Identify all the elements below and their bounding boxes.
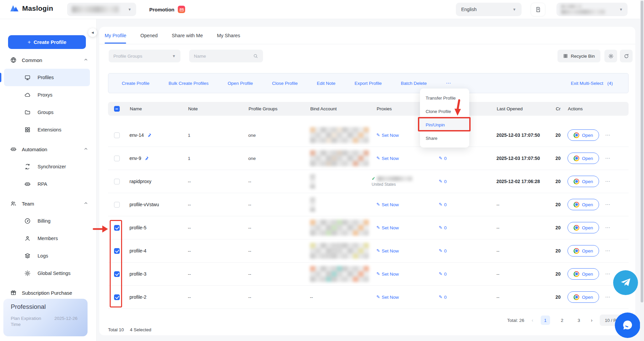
sidebar-section-automation[interactable]: Automation <box>0 140 97 158</box>
sidebar-item-rpa[interactable]: RPA <box>4 175 90 193</box>
row-checkbox[interactable] <box>114 248 120 254</box>
action-create-profile[interactable]: Create Profile <box>122 81 150 86</box>
sidebar-item-logs[interactable]: Logs <box>4 247 90 265</box>
sidebar-section-common[interactable]: Common <box>0 51 97 69</box>
pin-icon[interactable] <box>144 156 149 161</box>
row-more-button[interactable]: ⋯ <box>605 225 610 231</box>
table-row[interactable]: env-141one✎Set Now2025-12-03 17:07:5020O… <box>108 124 629 147</box>
refresh-button[interactable] <box>620 50 633 62</box>
row-more-button[interactable]: ⋯ <box>605 155 610 161</box>
set-now-link[interactable]: ✎Set Now <box>376 272 399 277</box>
page-3-button[interactable]: 3 <box>574 316 584 325</box>
tab-opened[interactable]: Opened <box>140 33 158 44</box>
next-page-button[interactable]: › <box>591 318 593 323</box>
edit-count-link[interactable]: ✎0 <box>439 272 446 277</box>
edit-count-link[interactable]: ✎0 <box>439 225 446 230</box>
menu-item-clone-profile[interactable]: Clone Profile <box>420 105 469 118</box>
set-now-link[interactable]: ✎Set Now <box>376 248 399 253</box>
row-checkbox[interactable] <box>114 294 120 300</box>
table-row[interactable]: rapidproxy----✓United States✎02025-12-02… <box>108 170 629 193</box>
open-profile-button[interactable]: Open <box>568 245 599 257</box>
open-profile-button[interactable]: Open <box>568 222 599 233</box>
open-profile-button[interactable]: Open <box>568 291 599 303</box>
table-row[interactable]: profile-3----✎Set Now✎0--20Open⋯ <box>108 263 629 286</box>
set-now-link[interactable]: ✎Set Now <box>376 295 399 300</box>
scrollbar-thumb[interactable] <box>641 1 643 302</box>
menu-item-share[interactable]: Share <box>420 131 469 145</box>
profile-groups-filter[interactable]: Profile Groups ▼ <box>109 50 180 62</box>
create-profile-button[interactable]: + Create Profile <box>8 35 86 49</box>
table-row[interactable]: profile-vVstwu----✎Set Now✎0--20Open⋯ <box>108 193 629 216</box>
action-more-button[interactable]: ⋯ <box>446 80 451 86</box>
action-open-profile[interactable]: Open Profile <box>228 81 253 86</box>
row-more-button[interactable]: ⋯ <box>605 178 610 184</box>
edit-count-link[interactable]: ✎0 <box>439 179 446 184</box>
sidebar-item-billing[interactable]: Billing <box>4 212 90 230</box>
set-now-link[interactable]: ✎Set Now <box>376 225 399 230</box>
team-selector-dropdown[interactable]: ▼ <box>67 3 136 16</box>
set-now-link[interactable]: ✎Set Now <box>376 133 399 138</box>
sidebar-item-proxys[interactable]: Proxys <box>4 86 90 104</box>
promotion-link[interactable]: Promotion <box>149 6 185 13</box>
open-profile-button[interactable]: Open <box>568 268 599 280</box>
table-row[interactable]: profile-5----✎Set Now✎0--20Open⋯ <box>108 216 629 239</box>
action-batch-delete[interactable]: Batch Delete <box>401 81 427 86</box>
row-checkbox[interactable] <box>114 156 120 161</box>
sidebar-item-global-settings[interactable]: Global Settings <box>4 265 90 282</box>
action-bulk-create-profiles[interactable]: Bulk Create Profiles <box>169 81 209 86</box>
language-selector[interactable]: English ▼ <box>456 3 522 16</box>
sidebar-item-profiles[interactable]: Profiles <box>4 69 90 86</box>
row-more-button[interactable]: ⋯ <box>605 271 610 277</box>
page-scrollbar[interactable] <box>640 0 644 341</box>
tab-my-profile[interactable]: My Profile <box>105 33 126 44</box>
edit-count-link[interactable]: ✎0 <box>439 156 446 161</box>
edit-count-link[interactable]: ✎0 <box>439 248 446 253</box>
sidebar-item-extensions[interactable]: Extensions <box>4 121 90 138</box>
table-row[interactable]: env-91one✎Set Now✎02025-12-03 17:07:5020… <box>108 147 629 170</box>
row-more-button[interactable]: ⋯ <box>605 132 610 138</box>
row-more-button[interactable]: ⋯ <box>605 294 610 300</box>
action-edit-note[interactable]: Edit Note <box>317 81 335 86</box>
edit-count-link[interactable]: ✎0 <box>439 202 446 207</box>
action-export-profile[interactable]: Export Profile <box>355 81 382 86</box>
open-profile-button[interactable]: Open <box>568 199 599 210</box>
pin-icon[interactable] <box>147 133 152 138</box>
open-profile-button[interactable]: Open <box>568 129 599 141</box>
row-checkbox[interactable] <box>114 271 120 277</box>
tab-share-with-me[interactable]: Share with Me <box>172 33 203 44</box>
row-checkbox[interactable] <box>114 225 120 231</box>
user-account-dropdown[interactable]: ▼ <box>556 3 628 16</box>
table-row[interactable]: profile-4----✎Set Now✎0--20Open⋯ <box>108 239 629 263</box>
row-checkbox[interactable] <box>114 132 120 138</box>
telegram-button[interactable] <box>613 270 638 295</box>
sidebar-item-groups[interactable]: Groups <box>4 104 90 121</box>
edit-count-link[interactable]: ✎0 <box>439 295 446 300</box>
name-search-input[interactable]: Name <box>189 50 263 62</box>
table-settings-button[interactable] <box>604 50 617 62</box>
row-checkbox[interactable] <box>114 179 120 184</box>
sidebar-item-synchronizer[interactable]: Synchronizer <box>4 158 90 175</box>
table-row[interactable]: profile-2------✎Set Now✎0--20Open⋯ <box>108 286 629 309</box>
open-profile-button[interactable]: Open <box>568 176 599 187</box>
row-more-button[interactable]: ⋯ <box>605 248 610 254</box>
prev-page-button[interactable]: ‹ <box>532 318 533 323</box>
live-chat-button[interactable] <box>615 312 640 338</box>
sidebar-item-members[interactable]: Members <box>4 230 90 247</box>
exit-multi-select-link[interactable]: Exit Multi-Select (4) <box>571 81 613 86</box>
open-profile-button[interactable]: Open <box>568 153 599 164</box>
select-all-checkbox[interactable] <box>114 106 120 112</box>
row-more-button[interactable]: ⋯ <box>605 202 610 208</box>
page-1-button[interactable]: 1 <box>541 316 550 325</box>
recycle-bin-button[interactable]: Recycle Bin <box>557 50 600 62</box>
row-checkbox[interactable] <box>114 202 120 208</box>
tab-my-shares[interactable]: My Shares <box>217 33 240 44</box>
sidebar-section-team[interactable]: Team <box>0 195 97 212</box>
set-now-link[interactable]: ✎Set Now <box>376 156 399 161</box>
sidebar-collapse-button[interactable]: ◀ <box>88 28 97 37</box>
action-close-profile[interactable]: Close Profile <box>272 81 298 86</box>
plan-card[interactable]: Professional Plan Expiration Time 2025-1… <box>3 299 88 336</box>
docs-button[interactable] <box>531 3 545 16</box>
menu-item-transfer-profile[interactable]: Transfer Profile <box>420 91 469 105</box>
page-2-button[interactable]: 2 <box>557 316 567 325</box>
set-now-link[interactable]: ✎Set Now <box>376 202 399 207</box>
